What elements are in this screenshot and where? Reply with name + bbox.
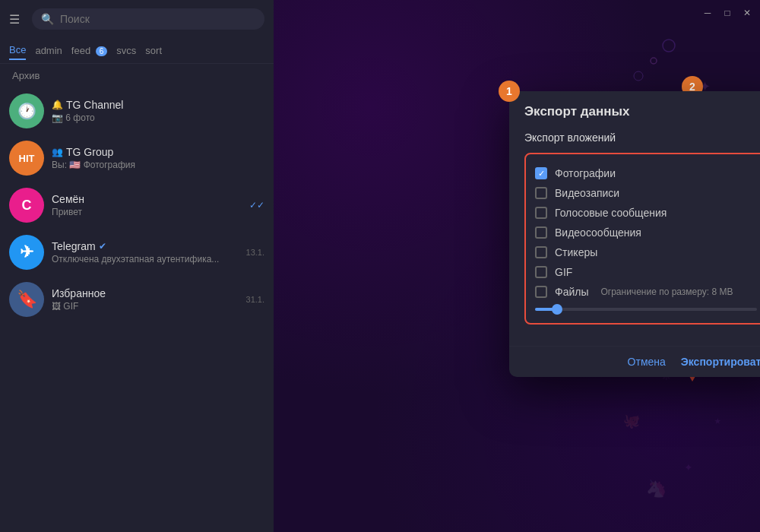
chat-name-tg-group: 👥 TG Group [52, 146, 264, 158]
avatar-telegram: ✈ [9, 235, 44, 270]
label-videos: Видеозаписи [555, 187, 619, 199]
label-stickers: Стикеры [555, 246, 597, 258]
chat-meta-telegram: 13.1. [246, 248, 264, 257]
chat-time-telegram: 13.1. [246, 248, 264, 257]
feed-badge: 6 [96, 46, 108, 56]
modal-title: Экспорт данных [524, 104, 629, 119]
checkbox-row-stickers: Стикеры [535, 242, 757, 262]
modal-footer: Отмена Экспортировать [509, 346, 760, 377]
chat-item-tg-group[interactable]: HIT 👥 TG Group Вы: 🇺🇸 Фотография [0, 135, 274, 182]
slider-wrapper [535, 302, 757, 314]
tab-feed[interactable]: feed 6 [71, 42, 108, 59]
checkbox-row-gif: GIF [535, 262, 757, 282]
chat-list: 🕐 🔔 TG Channel 📷 6 фото HIT [0, 87, 274, 532]
verified-icon: ✔ [99, 241, 106, 252]
attachments-box: ✓ Фотографии Видеозаписи [524, 153, 760, 325]
chat-info-tg-channel: 🔔 TG Channel 📷 6 фото [52, 99, 264, 123]
cancel-button[interactable]: Отмена [628, 356, 666, 368]
avatar-semen: С [9, 188, 44, 223]
chat-name-tg-channel: 🔔 TG Channel [52, 99, 264, 111]
modal-body: Экспорт вложений ✓ Фотографии [509, 131, 760, 346]
checkbox-videos[interactable] [535, 187, 547, 199]
export-button[interactable]: Экспортировать [681, 356, 760, 368]
chat-preview-favorites: 🖼 GIF [52, 301, 239, 312]
sidebar: ☰ 🔍 Все admin feed 6 svcs sort Архив � [0, 0, 274, 532]
checkbox-gif[interactable] [535, 266, 547, 278]
export-modal: Экспорт данных × Экспорт вложений ✓ Фото… [509, 91, 760, 377]
checkbox-videomsg[interactable] [535, 226, 547, 239]
checkbox-row-videomsg: Видеосообщения [535, 223, 757, 242]
chat-preview-tg-channel: 📷 6 фото [52, 112, 264, 123]
avatar-tg-channel: 🕐 [9, 93, 44, 128]
double-check-icon: ✓✓ [249, 200, 264, 211]
checkbox-stickers[interactable] [535, 246, 547, 258]
tabs-bar: Все admin feed 6 svcs sort [0, 38, 274, 64]
chat-preview-tg-group: Вы: 🇺🇸 Фотография [52, 160, 264, 170]
window-controls: ─ □ ✕ [701, 6, 754, 20]
chat-meta-semen: ✓✓ [249, 200, 264, 211]
archive-label: Архив [0, 64, 274, 87]
modal-header: Экспорт данных × [509, 91, 760, 131]
search-input[interactable] [60, 13, 255, 25]
search-icon: 🔍 [41, 13, 54, 25]
modal-overlay: 1 Экспорт данных × Экспорт вложений [274, 0, 760, 532]
modal-wrapper: 1 Экспорт данных × Экспорт вложений [509, 91, 760, 377]
chat-name-semen: Семён [52, 193, 242, 205]
checkbox-row-photos: ✓ Фотографии [535, 163, 757, 183]
label-gif: GIF [555, 266, 572, 278]
chat-item-semen[interactable]: С Семён Привет ✓✓ [0, 182, 274, 229]
section-label: Экспорт вложений [524, 131, 760, 144]
sidebar-topbar: ☰ 🔍 [0, 0, 274, 38]
checkbox-row-videos: Видеозаписи [535, 183, 757, 203]
chat-info-semen: Семён Привет [52, 193, 242, 217]
label-photos: Фотографии [555, 167, 616, 179]
label-videomsg: Видеосообщения [555, 226, 641, 239]
tab-svcs[interactable]: svcs [116, 42, 136, 59]
chat-preview-telegram: Отключена двухэтапная аутентифика... [52, 254, 239, 264]
size-slider[interactable] [535, 308, 757, 311]
file-limit-text: Ограничение по размеру: 8 MB [600, 287, 733, 297]
chat-meta-favorites: 31.1. [246, 295, 264, 304]
tab-admin[interactable]: admin [35, 42, 62, 59]
avatar-tg-group: HIT [9, 141, 44, 176]
checkbox-row-files: Файлы Ограничение по размеру: 8 MB [535, 282, 757, 302]
tab-all[interactable]: Все [9, 41, 26, 60]
checkbox-photos[interactable]: ✓ [535, 167, 547, 179]
minimize-button[interactable]: ─ [701, 6, 714, 20]
checkbox-files[interactable] [535, 286, 547, 298]
chat-name-favorites: Избранное [52, 287, 239, 299]
chat-preview-semen: Привет [52, 207, 242, 217]
chat-item-tg-channel[interactable]: 🕐 🔔 TG Channel 📷 6 фото [0, 87, 274, 135]
chat-name-telegram: Telegram ✔ [52, 240, 239, 252]
app-container: ☰ 🔍 Все admin feed 6 svcs sort Архив � [0, 0, 760, 532]
chat-item-favorites[interactable]: 🔖 Избранное 🖼 GIF 31.1. [0, 276, 274, 323]
chat-item-telegram[interactable]: ✈ Telegram ✔ Отключена двухэтапная аутен… [0, 229, 274, 276]
checkbox-row-voice: Голосовые сообщения [535, 203, 757, 223]
slider-thumb[interactable] [552, 304, 562, 315]
chat-info-tg-group: 👥 TG Group Вы: 🇺🇸 Фотография [52, 146, 264, 170]
close-button[interactable]: ✕ [740, 6, 754, 20]
main-content: ✦ 🌀 ★ 🦋 ✦ 🌸 ❋ 🐙 ⭑ ✦ 🦄 ели бы написать 2 [274, 0, 760, 532]
chat-info-favorites: Избранное 🖼 GIF [52, 287, 239, 312]
avatar-favorites: 🔖 [9, 282, 44, 317]
maximize-button[interactable]: □ [720, 6, 734, 20]
tab-sort[interactable]: sort [145, 42, 162, 59]
annotation-badge-1: 1 [499, 81, 520, 102]
chat-time-favorites: 31.1. [246, 295, 264, 304]
chat-info-telegram: Telegram ✔ Отключена двухэтапная аутенти… [52, 240, 239, 264]
checkbox-voice[interactable] [535, 207, 547, 219]
hamburger-icon[interactable]: ☰ [9, 12, 20, 27]
label-files: Файлы [555, 286, 588, 298]
search-bar: 🔍 [32, 8, 264, 30]
label-voice: Голосовые сообщения [555, 207, 667, 219]
